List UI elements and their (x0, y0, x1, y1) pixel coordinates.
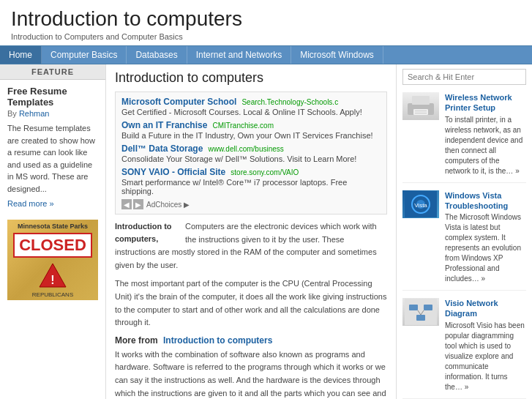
nav-internet[interactable]: Internet and Networks (187, 46, 291, 64)
svg-rect-11 (405, 299, 437, 325)
read-more-link[interactable]: Read more » (7, 199, 98, 208)
feature-content: Free Resume Templates By Rehman The Resu… (0, 80, 105, 214)
sidebar-item-content-2: Visio Network Diagram Microsoft Visio ha… (445, 298, 526, 392)
feature-text: The Resume templates are created to show… (7, 122, 98, 195)
ad-inner: Minnesota State Parks CLOSED ! REPUBLICA… (7, 220, 98, 300)
nav-databases[interactable]: Databases (127, 46, 187, 64)
main-text-1: The most important part of the computer … (115, 277, 387, 329)
ad-text-mn: Minnesota State Parks (18, 223, 88, 230)
ad-link-0[interactable]: Microsoft Computer School (121, 97, 236, 107)
sidebar-text-2: Microsoft Visio has been popular diagram… (445, 321, 526, 392)
ad-controls: ◀ ▶ AdChoices ▶ (121, 199, 381, 209)
page-header: Introduction to computers Introduction t… (0, 0, 532, 45)
feature-title: Free Resume Templates (7, 86, 98, 108)
right-sidebar: Wireless Network Printer Setup To instal… (397, 64, 532, 399)
more-from: More from Introduction to computers (115, 335, 387, 346)
ad-sign-icon: ! (38, 261, 67, 290)
more-link[interactable]: Introduction to computers (163, 335, 272, 346)
center-title: Introduction to computers (115, 70, 387, 86)
svg-rect-13 (424, 305, 432, 310)
intro-paragraph: Introduction to computers, Computers are… (115, 220, 387, 272)
sidebar-text-0: To install printer, in a wireless networ… (445, 115, 526, 176)
ad-desc-3: Smart performance w/ Intel® Core™ i7 pro… (121, 178, 381, 195)
svg-rect-6 (415, 113, 427, 113)
svg-rect-5 (415, 111, 427, 111)
vista-icon: Vista (405, 191, 437, 217)
sidebar-link-0[interactable]: Wireless Network Printer Setup (445, 92, 526, 113)
ad-source-3[interactable]: store.sony.com/VAIO (231, 168, 299, 176)
ad-source-1[interactable]: CMITranchise.com (212, 122, 274, 130)
ad-prev-button[interactable]: ◀ (121, 199, 132, 209)
printer-icon (405, 93, 437, 119)
feature-header: FEATURE (0, 64, 105, 80)
navbar: Home Computer Basics Databases Internet … (0, 45, 532, 64)
ad-desc-1: Build a Future in the IT Industry, Own y… (121, 131, 381, 140)
intro-bold: Introduction to computers, (115, 220, 181, 245)
nav-home[interactable]: Home (0, 46, 42, 64)
sidebar-img-vista: Vista (402, 190, 439, 218)
ad-item-0: Microsoft Computer School Search.Technol… (121, 97, 381, 116)
ad-source-2[interactable]: www.dell.com/business (208, 145, 283, 153)
sidebar-text-1: The Microsoft Windows Vista is latest bu… (445, 212, 526, 284)
ad-link-1[interactable]: Own an IT Franchise (121, 120, 207, 130)
sidebar-link-2[interactable]: Visio Network Diagram (445, 298, 526, 319)
sidebar-img-visio (402, 298, 439, 326)
nav-windows[interactable]: Microsoft Windows (291, 46, 383, 64)
ad-item-1: Own an IT Franchise CMITranchise.com Bui… (121, 120, 381, 140)
svg-text:!: ! (50, 274, 54, 286)
sidebar-item-0: Wireless Network Printer Setup To instal… (402, 92, 526, 183)
sidebar-item-content-1: Windows Vista Troubleshooting The Micros… (445, 190, 526, 285)
ad-item-2: Dell™ Data Storage www.dell.com/business… (121, 143, 381, 163)
ad-desc-2: Consolidate Your Storage w/ Dell™ Soluti… (121, 154, 381, 163)
svg-rect-14 (416, 315, 425, 321)
ad-link-3[interactable]: SONY VAIO - Official Site (121, 167, 225, 177)
svg-text:Vista: Vista (414, 202, 427, 209)
page-subtitle: Introduction to Computers and Computer B… (11, 32, 521, 41)
sidebar-item-2: Visio Network Diagram Microsoft Visio ha… (402, 298, 526, 399)
sidebar-img-printer (402, 92, 439, 120)
ads-section: Microsoft Computer School Search.Technol… (115, 92, 387, 215)
feature-by: By Rehman (7, 109, 98, 118)
search-box (402, 69, 526, 85)
svg-rect-4 (413, 109, 428, 115)
ad-link-2[interactable]: Dell™ Data Storage (121, 143, 203, 154)
svg-rect-3 (412, 96, 430, 105)
ad-source-0[interactable]: Search.Technology-Schools.c (241, 98, 338, 106)
svg-rect-12 (409, 305, 418, 310)
visio-icon (405, 299, 437, 325)
left-sidebar: FEATURE Free Resume Templates By Rehman … (0, 64, 106, 399)
sidebar-item-1: Vista Windows Vista Troubleshooting The … (402, 190, 526, 291)
ad-closed-text: CLOSED (13, 233, 92, 258)
sidebar-item-content-0: Wireless Network Printer Setup To instal… (445, 92, 526, 176)
center-content: Introduction to computers Microsoft Comp… (106, 64, 397, 399)
ad-next-button[interactable]: ▶ (133, 199, 143, 209)
search-input[interactable] (403, 70, 525, 84)
page-title: Introduction to computers (11, 7, 521, 31)
nav-computer-basics[interactable]: Computer Basics (42, 46, 127, 64)
main-text-2: It works with the combination of softwar… (115, 348, 387, 399)
main-layout: FEATURE Free Resume Templates By Rehman … (0, 64, 532, 399)
ad-bottom-text: REPUBLICANS (32, 291, 73, 298)
sidebar-link-1[interactable]: Windows Vista Troubleshooting (445, 190, 526, 212)
author-link[interactable]: Rehman (19, 109, 50, 118)
ad-item-3: SONY VAIO - Official Site store.sony.com… (121, 167, 381, 195)
ad-desc-0: Get Certified - Microsoft Courses. Local… (121, 108, 381, 116)
adchoices-label[interactable]: AdChoices ▶ (146, 201, 190, 209)
sidebar-ad[interactable]: Minnesota State Parks CLOSED ! REPUBLICA… (7, 220, 98, 300)
